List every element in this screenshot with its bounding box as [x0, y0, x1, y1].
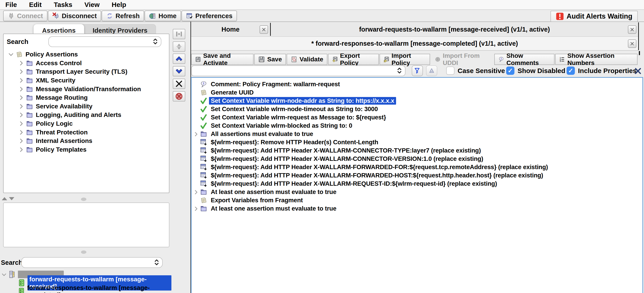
- chevron-down-icon[interactable]: [8, 52, 14, 57]
- headers-icon: [200, 139, 207, 146]
- clear-filter-button[interactable]: [426, 65, 437, 76]
- chevron-right-icon[interactable]: [193, 206, 199, 211]
- chevron-right-icon[interactable]: [18, 147, 24, 153]
- tree-item-policy-templates[interactable]: Policy Templates: [5, 145, 166, 154]
- chevron-right-icon[interactable]: [18, 112, 24, 118]
- preferences-button[interactable]: Preferences: [182, 11, 237, 21]
- expand-collapse-button[interactable]: [173, 42, 185, 52]
- refresh-button[interactable]: Refresh: [102, 11, 144, 21]
- chevron-down-icon[interactable]: [1, 272, 7, 277]
- delete-assertion-button[interactable]: [173, 79, 185, 89]
- chevron-right-icon[interactable]: [18, 69, 24, 75]
- tree-item-message-validation-transformation[interactable]: Message Validation/Transformation: [5, 85, 166, 93]
- menu-edit[interactable]: Edit: [23, 0, 48, 10]
- folder-icon: [26, 120, 33, 127]
- disconnect-button[interactable]: Disconnect: [48, 11, 101, 21]
- splitter-handle[interactable]: [81, 250, 86, 254]
- tab-forward-responses-close-button[interactable]: [628, 40, 636, 48]
- chevron-spacer: [193, 140, 199, 145]
- chevron-right-icon[interactable]: [18, 95, 24, 101]
- show-disabled-checkbox[interactable]: [506, 67, 514, 75]
- policy-assertion-row[interactable]: At least one assertion must evaluate to …: [192, 188, 642, 196]
- chevron-right-icon[interactable]: [18, 78, 24, 83]
- policy-assertion-row[interactable]: Export Variables from Fragment: [192, 196, 642, 204]
- tab-forward-responses[interactable]: * forward-responses-to-wallarm [message-…: [191, 37, 638, 50]
- policy-assertion-row[interactable]: Set Context Variable wlrm-node-timeout a…: [192, 105, 642, 113]
- tree-item-policy-logic[interactable]: Policy Logic: [5, 119, 166, 128]
- add-assertion-button[interactable]: [173, 29, 185, 39]
- policy-search-input[interactable]: [191, 65, 406, 76]
- stepper-icon[interactable]: [153, 258, 160, 266]
- tree-item-logging-auditing-and-alerts[interactable]: Logging, Auditing and Alerts: [5, 111, 166, 119]
- include-properties-checkbox[interactable]: [566, 67, 575, 75]
- policy-assertion-row[interactable]: Comment: Policy Fragment: wallarm-reques…: [192, 80, 642, 88]
- folder-icon: [200, 130, 207, 138]
- tree-item-service-availability[interactable]: Service Availability: [5, 102, 166, 111]
- policy-assertion-row[interactable]: Set Context Variable wlrm-blocked as Str…: [192, 121, 642, 130]
- tab-forward-requests-close-button[interactable]: [628, 25, 636, 34]
- note-icon: [200, 197, 207, 204]
- chevron-right-icon[interactable]: [193, 189, 199, 195]
- headers-icon: [200, 147, 207, 154]
- show-comments-button[interactable]: Show Comments: [494, 54, 554, 65]
- menu-view[interactable]: View: [78, 0, 106, 10]
- policy-assertion-row[interactable]: At least one assertion must evaluate to …: [192, 204, 642, 213]
- stepper-icon[interactable]: [396, 67, 403, 74]
- tree-item-internal-assertions[interactable]: Internal Assertions: [5, 137, 166, 145]
- chevron-right-icon[interactable]: [18, 86, 24, 92]
- policy-assertion-row[interactable]: ${wlrm-request}: Remove HTTP Header(s) C…: [192, 138, 642, 146]
- policy-assertion-row[interactable]: ${wlrm-request}: Add HTTP Header X-WALLA…: [192, 179, 642, 188]
- save-and-activate-button[interactable]: Save and Activate: [191, 54, 254, 65]
- splitter-collapse-controls[interactable]: [2, 197, 14, 200]
- menu-tasks[interactable]: Tasks: [48, 0, 78, 10]
- show-assertion-numbers-button[interactable]: 123Show Assertion Numbers: [555, 54, 638, 65]
- assertion-text: Set Context Variable wlrm-node-addr as S…: [209, 97, 396, 105]
- case-sensitive-checkbox[interactable]: [446, 67, 454, 75]
- policy-assertion-row[interactable]: Set Context Variable wlrm-node-addr as S…: [192, 97, 642, 105]
- chevron-right-icon[interactable]: [193, 131, 199, 137]
- tab-forward-requests[interactable]: forward-requests-to-wallarm [message-rec…: [271, 23, 638, 36]
- audit-alerts-button[interactable]: Audit Alerts Waiting: [550, 11, 638, 22]
- tree-item-transport-layer-security-tls[interactable]: Transport Layer Security (TLS): [5, 67, 166, 76]
- tab-home[interactable]: Home: [191, 23, 270, 36]
- chevron-right-icon[interactable]: [18, 138, 24, 144]
- validate-button[interactable]: Validate: [287, 54, 327, 65]
- policy-assertion-row[interactable]: ${wlrm-request}: Add HTTP Header X-WALLA…: [192, 171, 642, 179]
- tree-item-forward-responses-to-wallarm-message-completed[interactable]: forward-responses-to-wallarm [message-co…: [1, 287, 172, 293]
- chevron-right-icon[interactable]: [18, 104, 24, 109]
- move-up-button[interactable]: [173, 54, 185, 64]
- policy-assertion-row[interactable]: Generate UUID: [192, 88, 642, 97]
- policy-assertion-row[interactable]: All assertions must evaluate to true: [192, 130, 642, 138]
- close-filter-button[interactable]: [634, 67, 642, 75]
- chevron-right-icon[interactable]: [18, 129, 24, 135]
- tree-item-access-control[interactable]: Access Control: [5, 59, 166, 68]
- import-policy-button[interactable]: Import Policy: [380, 54, 430, 65]
- tab-home-close-button[interactable]: [260, 25, 268, 34]
- chevron-right-icon[interactable]: [18, 121, 24, 127]
- services-search-input[interactable]: [21, 257, 163, 268]
- save-button[interactable]: Save: [254, 54, 286, 65]
- tree-item-policy-assertions[interactable]: Policy Assertions: [5, 50, 166, 59]
- move-down-button[interactable]: [173, 66, 185, 76]
- tree-item-xml-security[interactable]: XML Security: [5, 76, 166, 85]
- splitter-handle[interactable]: [81, 198, 86, 201]
- export-policy-button[interactable]: Export Policy: [328, 54, 379, 65]
- stepper-icon[interactable]: [152, 38, 159, 45]
- tree-item-threat-protection[interactable]: Threat Protection: [5, 128, 166, 137]
- home-button[interactable]: Home: [144, 11, 181, 21]
- tree-item-message-routing[interactable]: Message Routing: [5, 93, 166, 102]
- policy-assertion-row[interactable]: ${wlrm-request}: Add HTTP Header X-WALLA…: [192, 155, 642, 163]
- policy-assertion-row[interactable]: Set Context Variable wlrm-request as Mes…: [192, 113, 642, 121]
- palette-search-input[interactable]: [48, 36, 161, 47]
- menu-help[interactable]: Help: [106, 0, 132, 10]
- disable-assertion-button[interactable]: [173, 91, 185, 102]
- folder-icon: [26, 137, 33, 144]
- menu-file[interactable]: File: [4, 0, 23, 10]
- policy-assertion-row[interactable]: ${wlrm-request}: Add HTTP Header X-WALLA…: [192, 146, 642, 155]
- chevron-spacer: [193, 148, 199, 153]
- policy-assertion-row[interactable]: ${wlrm-request}: Add HTTP Header X-WALLA…: [192, 163, 642, 171]
- connect-button[interactable]: Connect: [3, 11, 48, 21]
- import-from-uddi-button[interactable]: Import From UDDI: [431, 54, 494, 65]
- filter-button[interactable]: [412, 65, 423, 76]
- chevron-right-icon[interactable]: [18, 60, 24, 66]
